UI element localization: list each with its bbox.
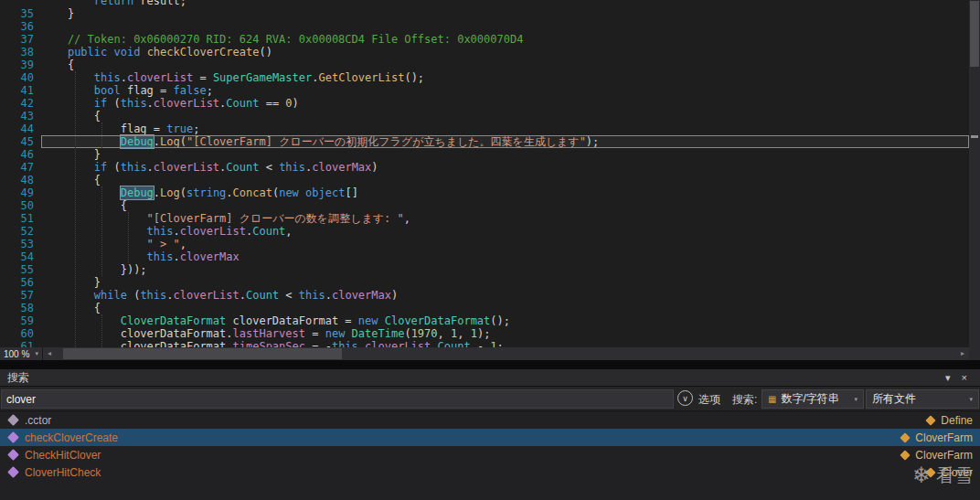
- code-text: {: [41, 302, 969, 314]
- line-number: 35: [0, 7, 41, 20]
- result-name: .cctor: [25, 414, 51, 427]
- search-result-row[interactable]: .cctorDefine: [0, 411, 980, 429]
- code-line[interactable]: 45 Debug.Log("[CloverFarm] クローバーの初期化フラグが…: [0, 135, 969, 148]
- line-number: 43: [0, 110, 41, 122]
- code-text: this.cloverList = SuperGameMaster.GetClo…: [41, 71, 969, 84]
- search-panel-header: 搜索 ▾ ×: [0, 369, 980, 387]
- horizontal-scroll-thumb[interactable]: [63, 348, 342, 359]
- line-number: 47: [0, 161, 41, 174]
- code-text: {: [41, 110, 969, 122]
- current-line-marker: [971, 135, 978, 138]
- code-line[interactable]: 41 bool flag = false;: [0, 84, 969, 97]
- code-line[interactable]: 35 }: [0, 7, 969, 20]
- result-location: CloverFarm: [915, 449, 973, 462]
- code-line[interactable]: 61 cloverDataFormat.timeSpanSec = -this.…: [0, 340, 969, 347]
- code-text: while (this.cloverList.Count < this.clov…: [41, 289, 969, 302]
- indent-guide: [75, 71, 76, 347]
- zoom-level-dropdown[interactable]: 100 % ▾: [0, 347, 43, 360]
- line-number: 54: [0, 250, 41, 263]
- code-line[interactable]: 55 }));: [0, 263, 969, 276]
- search-for-label: 搜索:: [732, 392, 757, 408]
- search-panel: 搜索 ▾ × ∨ 选项 搜索: ▦ 数字/字符串 ▾ 所有文件 ▾ .cctor…: [0, 369, 980, 500]
- code-line[interactable]: 42 if (this.cloverList.Count == 0): [0, 97, 969, 110]
- chevron-down-icon: ▾: [969, 396, 973, 403]
- code-text: public void checkCloverCreate(): [41, 46, 969, 59]
- file-filter-dropdown[interactable]: 所有文件 ▾: [866, 389, 979, 409]
- code-line[interactable]: 47 if (this.cloverList.Count < this.clov…: [0, 161, 969, 174]
- line-number: 52: [0, 225, 41, 238]
- code-line[interactable]: 58 {: [0, 302, 969, 314]
- code-line[interactable]: 60 cloverDataFormat.lastHarvest = new Da…: [0, 327, 969, 340]
- method-icon: [7, 431, 19, 443]
- line-number: 40: [0, 71, 41, 84]
- code-text: flag = true;: [41, 122, 969, 135]
- code-editor[interactable]: return result;35 }3637 // Token: 0x06000…: [0, 0, 980, 347]
- code-text: bool flag = false;: [41, 84, 969, 97]
- code-text: Debug.Log(string.Concat(new object[]: [41, 186, 969, 199]
- options-label[interactable]: 选项: [698, 392, 720, 408]
- line-number: 44: [0, 122, 41, 135]
- location-type-icon: [926, 415, 936, 425]
- scroll-right-icon[interactable]: ▸: [956, 347, 969, 360]
- vertical-scrollbar[interactable]: [969, 0, 980, 347]
- panel-splitter[interactable]: [0, 360, 980, 369]
- code-line[interactable]: 36: [0, 20, 969, 33]
- code-line[interactable]: 48 {: [0, 174, 969, 186]
- method-icon: [7, 466, 19, 478]
- code-lines: return result;35 }3637 // Token: 0x06000…: [0, 0, 969, 347]
- editor-bottom-bar: 100 % ▾ ◂ ▸: [0, 347, 980, 360]
- code-line[interactable]: 43 {: [0, 110, 969, 122]
- search-result-row[interactable]: CloverHitCheckClover: [0, 463, 980, 481]
- code-line[interactable]: 57 while (this.cloverList.Count < this.c…: [0, 289, 969, 302]
- code-text: {: [41, 59, 969, 71]
- method-icon: [7, 449, 19, 461]
- code-text: CloverDataFormat cloverDataFormat = new …: [41, 314, 969, 327]
- code-text: {: [41, 174, 969, 186]
- number-string-icon: ▦: [768, 394, 776, 404]
- result-location: Define: [941, 414, 973, 427]
- code-line[interactable]: 49 Debug.Log(string.Concat(new object[]: [0, 186, 969, 199]
- code-line[interactable]: 52 this.cloverList.Count,: [0, 225, 969, 238]
- scrollbar-corner: [969, 347, 980, 360]
- code-text: cloverDataFormat.lastHarvest = new DateT…: [41, 327, 969, 340]
- vertical-scroll-thumb[interactable]: [970, 1, 979, 67]
- line-number: 50: [0, 199, 41, 212]
- panel-collapse-icon[interactable]: ▾: [940, 372, 956, 384]
- chevron-down-icon: ▾: [854, 396, 858, 403]
- result-name: CloverHitCheck: [25, 466, 101, 479]
- options-expander-icon[interactable]: ∨: [677, 390, 693, 406]
- scroll-left-icon[interactable]: ◂: [43, 347, 56, 360]
- code-line[interactable]: 39 {: [0, 59, 969, 71]
- search-kind-value: 数字/字符串: [781, 391, 838, 407]
- indent-guide: [101, 314, 102, 347]
- code-line[interactable]: 46 }: [0, 148, 969, 161]
- code-text: "[CloverFarm] クローバーの数を調整します: ",: [41, 212, 969, 225]
- search-kind-dropdown[interactable]: ▦ 数字/字符串 ▾: [762, 389, 864, 409]
- file-filter-value: 所有文件: [872, 391, 916, 407]
- search-result-row[interactable]: checkCloverCreateCloverFarm: [0, 429, 980, 446]
- code-line[interactable]: 40 this.cloverList = SuperGameMaster.Get…: [0, 71, 969, 84]
- horizontal-scrollbar[interactable]: [56, 347, 956, 360]
- location-type-icon: [900, 432, 911, 442]
- code-line[interactable]: 54 this.cloverMax: [0, 250, 969, 263]
- search-result-row[interactable]: CheckHitCloverCloverFarm: [0, 446, 980, 463]
- panel-close-icon[interactable]: ×: [956, 372, 973, 383]
- line-number: 60: [0, 327, 41, 340]
- code-line[interactable]: 50 {: [0, 199, 969, 212]
- code-line[interactable]: 37 // Token: 0x06000270 RID: 624 RVA: 0x…: [0, 33, 969, 46]
- code-line[interactable]: 56 }: [0, 276, 969, 289]
- search-input[interactable]: [1, 389, 674, 409]
- code-line[interactable]: 51 "[CloverFarm] クローバーの数を調整します: ",: [0, 212, 969, 225]
- code-line[interactable]: return result;: [0, 0, 969, 7]
- code-line[interactable]: 44 flag = true;: [0, 122, 969, 135]
- indent-guide: [128, 212, 129, 263]
- code-line[interactable]: 38 public void checkCloverCreate(): [0, 46, 969, 59]
- code-line[interactable]: 53 " > ",: [0, 238, 969, 250]
- result-name: CheckHitClover: [25, 449, 101, 462]
- line-number: 57: [0, 289, 41, 302]
- line-number: 59: [0, 314, 41, 327]
- code-line[interactable]: 59 CloverDataFormat cloverDataFormat = n…: [0, 314, 969, 327]
- code-text: if (this.cloverList.Count < this.cloverM…: [41, 161, 969, 174]
- watermark: ❄ 看雪: [912, 463, 973, 488]
- line-number: 48: [0, 174, 41, 186]
